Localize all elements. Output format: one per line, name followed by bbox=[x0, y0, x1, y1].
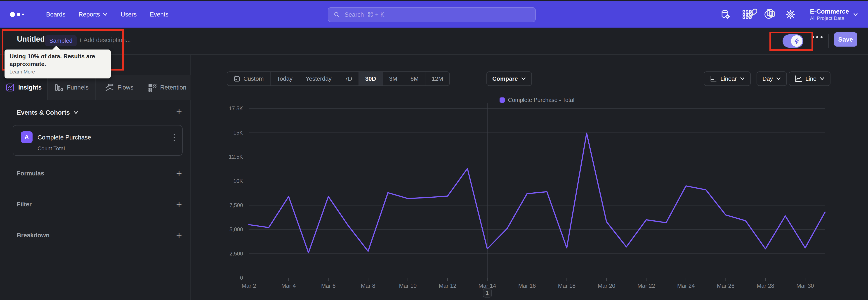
linear-scale-icon bbox=[710, 75, 717, 83]
nav-item-reports-label: Reports bbox=[79, 11, 100, 18]
event-name[interactable]: Complete Purchase bbox=[37, 134, 91, 141]
filter-section-label: Filter bbox=[17, 201, 32, 208]
range-today[interactable]: Today bbox=[271, 72, 299, 86]
settings-gear-icon[interactable] bbox=[785, 9, 796, 20]
header-divider bbox=[828, 34, 829, 48]
svg-text:Mar 30: Mar 30 bbox=[796, 282, 814, 289]
range-yesterday[interactable]: Yesterday bbox=[299, 72, 338, 86]
lightning-bolt-icon bbox=[794, 38, 800, 44]
range-30d[interactable]: 30D bbox=[359, 72, 383, 86]
chart-page-button[interactable]: 1 bbox=[483, 289, 492, 298]
svg-text:Mar 14: Mar 14 bbox=[478, 282, 496, 289]
scale-dropdown[interactable]: Linear bbox=[704, 71, 751, 86]
project-scope: All Project Data bbox=[810, 16, 849, 21]
add-formula-button[interactable]: + bbox=[174, 168, 184, 179]
scale-label: Linear bbox=[720, 75, 737, 82]
retention-icon bbox=[148, 83, 157, 92]
sampling-toggle[interactable] bbox=[782, 34, 803, 48]
project-switcher[interactable]: E-Commerce All Project Data bbox=[810, 8, 858, 21]
date-range-control: Custom Today Yesterday 7D 30D 3M 6M 12M bbox=[227, 71, 450, 86]
data-management-icon[interactable] bbox=[720, 9, 730, 20]
chevron-down-icon bbox=[521, 77, 526, 80]
nav-item-users[interactable]: Users bbox=[121, 11, 137, 18]
nav-item-reports[interactable]: Reports bbox=[79, 11, 108, 18]
svg-text:15K: 15K bbox=[233, 129, 243, 136]
granularity-label: Day bbox=[763, 75, 773, 82]
range-7d[interactable]: 7D bbox=[338, 72, 359, 86]
tab-flows[interactable]: Flows bbox=[96, 75, 143, 100]
svg-text:Mar 18: Mar 18 bbox=[558, 282, 576, 289]
save-button[interactable]: Save bbox=[834, 32, 857, 47]
add-filter-button[interactable]: + bbox=[174, 199, 184, 210]
top-nav-bar: Boards Reports Users Events bbox=[0, 1, 868, 28]
svg-text:0: 0 bbox=[240, 275, 243, 281]
search-input[interactable] bbox=[344, 11, 530, 19]
chevron-down-icon bbox=[73, 111, 79, 114]
range-today-label: Today bbox=[277, 75, 292, 82]
event-metric[interactable]: Count Total bbox=[37, 145, 65, 152]
global-search[interactable] bbox=[328, 7, 536, 22]
compare-button[interactable]: Compare bbox=[487, 71, 532, 86]
svg-text:Mar 22: Mar 22 bbox=[638, 282, 655, 289]
report-title[interactable]: Untitled bbox=[17, 35, 45, 43]
mixpanel-logo[interactable] bbox=[10, 12, 24, 17]
range-custom[interactable]: Custom bbox=[227, 72, 271, 86]
add-breakdown-button[interactable]: + bbox=[174, 230, 184, 241]
events-cohorts-header[interactable]: Events & Cohorts bbox=[17, 109, 79, 116]
range-3m-label: 3M bbox=[389, 75, 397, 82]
compare-label: Compare bbox=[492, 75, 518, 82]
flows-icon bbox=[105, 83, 114, 92]
svg-text:Mar 6: Mar 6 bbox=[321, 282, 336, 289]
chevron-down-icon bbox=[853, 13, 858, 16]
svg-text:2,500: 2,500 bbox=[229, 250, 243, 257]
chart-type-dropdown[interactable]: Line bbox=[789, 71, 831, 86]
legend-label: Complete Purchase - Total bbox=[508, 97, 575, 103]
svg-text:Mar 24: Mar 24 bbox=[677, 282, 695, 289]
sampling-toggle-knob bbox=[791, 35, 802, 47]
nav-item-boards[interactable]: Boards bbox=[46, 11, 66, 18]
event-letter-badge: A bbox=[21, 131, 33, 143]
svg-text:10K: 10K bbox=[233, 178, 243, 184]
project-name: E-Commerce bbox=[810, 8, 849, 16]
tab-insights[interactable]: Insights bbox=[0, 75, 48, 100]
event-card[interactable]: A Complete Purchase Count Total bbox=[13, 125, 183, 156]
range-6m-label: 6M bbox=[410, 75, 418, 82]
tab-funnels[interactable]: Funnels bbox=[48, 75, 95, 100]
legend-swatch bbox=[500, 97, 505, 102]
range-3m[interactable]: 3M bbox=[383, 72, 404, 86]
svg-text:Mar 2: Mar 2 bbox=[242, 282, 256, 289]
nav-item-users-label: Users bbox=[121, 11, 137, 18]
report-header: Untitled Sampled + Add description... bbox=[0, 28, 868, 55]
svg-text:Mar 12: Mar 12 bbox=[439, 282, 456, 289]
funnels-icon bbox=[54, 83, 63, 92]
more-options-button[interactable] bbox=[812, 36, 823, 38]
nav-left: Boards Reports Users Events bbox=[10, 1, 168, 28]
nav-item-events[interactable]: Events bbox=[150, 11, 168, 18]
add-description[interactable]: + Add description... bbox=[79, 37, 131, 43]
nav-item-boards-label: Boards bbox=[46, 11, 66, 18]
line-chart-icon bbox=[795, 75, 802, 83]
formulas-section-label: Formulas bbox=[17, 170, 44, 177]
range-30d-label: 30D bbox=[365, 75, 376, 82]
sampled-badge[interactable]: Sampled bbox=[45, 35, 76, 46]
svg-text:Mar 10: Mar 10 bbox=[399, 282, 416, 289]
copy-link-icon[interactable] bbox=[747, 8, 757, 18]
range-6m[interactable]: 6M bbox=[404, 72, 426, 86]
copy-to-board-icon[interactable] bbox=[766, 8, 776, 18]
chart-legend[interactable]: Complete Purchase - Total bbox=[249, 97, 825, 103]
tab-retention[interactable]: Retention bbox=[143, 75, 191, 100]
learn-more-link[interactable]: Learn More bbox=[9, 69, 35, 75]
add-event-button[interactable]: + bbox=[174, 106, 184, 117]
svg-text:7,500: 7,500 bbox=[229, 202, 243, 208]
granularity-dropdown[interactable]: Day bbox=[756, 71, 787, 86]
range-12m[interactable]: 12M bbox=[426, 72, 450, 86]
nav-item-events-label: Events bbox=[150, 11, 168, 18]
svg-text:Mar 8: Mar 8 bbox=[361, 282, 375, 289]
range-custom-label: Custom bbox=[243, 75, 264, 82]
breakdown-section-label: Breakdown bbox=[17, 232, 50, 239]
chevron-down-icon bbox=[776, 77, 781, 80]
event-kebab-menu[interactable] bbox=[173, 133, 176, 142]
sampling-tooltip-text: Using 10% of data. Results are approxima… bbox=[9, 53, 106, 68]
report-type-tabs: Insights Funnels bbox=[0, 75, 191, 100]
svg-text:12.5K: 12.5K bbox=[229, 154, 243, 160]
